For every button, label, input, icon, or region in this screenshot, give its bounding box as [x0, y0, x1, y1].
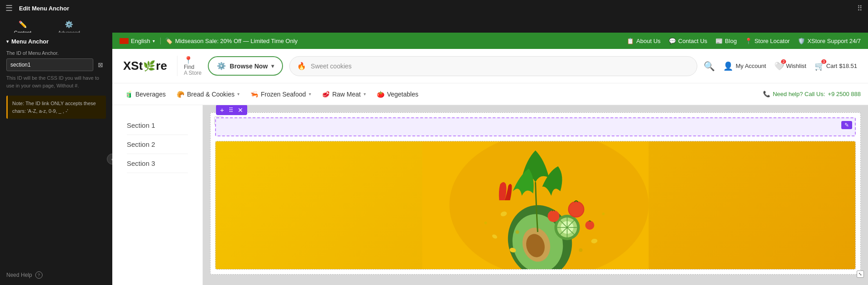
flag-icon [120, 38, 129, 44]
about-us-link[interactable]: 📋 About Us [627, 38, 660, 44]
clear-input-button[interactable]: ⊠ [95, 60, 106, 69]
sidebar-section-title: Menu Anchor [11, 38, 49, 45]
store-locator-link[interactable]: 📍 Store Locator [745, 38, 790, 44]
delete-element-button[interactable]: ✕ [236, 106, 245, 114]
search-button[interactable]: 🔍 [704, 61, 715, 72]
store-logo[interactable]: XSt🌿re [123, 59, 167, 73]
raw-meat-chevron: ▾ [364, 92, 366, 97]
contact-us-link[interactable]: 💬 Contact Us [669, 38, 707, 44]
raw-meat-label: Raw Meat [332, 91, 361, 98]
section-3-label: Section 3 [127, 159, 155, 167]
bread-chevron: ▾ [237, 92, 240, 97]
chevron-down-icon: ▾ [6, 39, 9, 44]
veggie-illustration [216, 141, 855, 269]
contact-us-label: Contact Us [678, 38, 707, 44]
menu-anchor-input[interactable] [6, 58, 93, 71]
blog-icon: 📰 [715, 38, 723, 44]
browse-button[interactable]: ⚙️ Browse Now ▾ [208, 56, 283, 76]
my-account[interactable]: 👤 My Account [723, 61, 766, 71]
vegetables-label: Vegetables [387, 91, 418, 98]
cart-amount: $18.51 [839, 63, 857, 69]
selected-element-block[interactable]: + ⠿ ✕ ✎ [215, 117, 856, 136]
logo-rest: re [156, 59, 167, 73]
account-icon: 👤 [723, 61, 733, 71]
sidebar-note: Note: The ID link ONLY accepts these cha… [6, 96, 106, 119]
sidebar-field-group: The ID of Menu Anchor. ⊠ This ID will be… [0, 48, 112, 93]
sidebar-section-header[interactable]: ▾ Menu Anchor [0, 33, 112, 48]
lang-chevron-icon: ▾ [153, 39, 155, 43]
grid-icon: ⠿ [857, 4, 863, 13]
field-hint: This ID will be the CSS ID you will have… [6, 74, 106, 89]
heart-icon: 🤍2 [774, 61, 784, 71]
bread-label: Bread & Cookies [187, 91, 235, 98]
find-store[interactable]: 📍 Find A Store [177, 56, 201, 76]
edit-element-button[interactable]: ✎ [841, 121, 852, 129]
browse-emoji: ⚙️ [217, 62, 226, 70]
note-text: Note: The ID link ONLY accepts these cha… [12, 101, 96, 114]
nav-item-frozen[interactable]: 🦐 Frozen Seafood ▾ [245, 85, 317, 103]
cart[interactable]: 🛒3 Cart $18.51 [815, 61, 857, 71]
header-actions: 🔍 👤 My Account 🤍2 Wishlist 🛒3 Cart $18.5… [704, 61, 857, 72]
element-action-toolbar[interactable]: + ⠿ ✕ [216, 105, 247, 115]
logo-leaf: 🌿 [143, 60, 155, 72]
blog-link[interactable]: 📰 Blog [715, 38, 737, 44]
about-us-label: About Us [636, 38, 660, 44]
svg-point-14 [569, 202, 584, 217]
inner-content-block [215, 141, 856, 270]
support-link[interactable]: 🛡️ XStore Support 24/7 [798, 38, 861, 44]
locator-icon: 📍 [745, 38, 752, 44]
main-canvas: ⊞ + ⠿ ✕ ✎ ⤡ [203, 105, 868, 285]
frozen-icon: 🦐 [250, 91, 258, 98]
search-placeholder: Sweet cookies [311, 63, 351, 70]
advanced-icon: ⚙️ [65, 20, 73, 29]
nav-item-vegetables[interactable]: 🍅 Vegetables [371, 85, 424, 103]
section-nav-item-3[interactable]: Section 3 [127, 154, 188, 173]
contact-icon: 💬 [669, 38, 676, 44]
store-header: XSt🌿re 📍 Find A Store ⚙️ Browse Now ▾ 🔥 … [112, 49, 868, 83]
nav-item-raw-meat[interactable]: 🥩 Raw Meat ▾ [317, 85, 371, 103]
help-phone: 📞 Need help? Call Us: +9 2500 888 [763, 91, 861, 97]
logo-text: XSt [123, 59, 143, 73]
sidebar-collapse-button[interactable]: ‹ [107, 154, 112, 164]
page-body: Section 1 Section 2 Section 3 ⊞ [112, 105, 868, 285]
resize-handle[interactable]: ⤡ [857, 271, 864, 278]
move-element-button[interactable]: ⠿ [227, 106, 235, 114]
content-block-outer: ⊞ + ⠿ ✕ ✎ ⤡ [210, 112, 861, 275]
section-nav-item-2[interactable]: Section 2 [127, 135, 188, 154]
section-1-label: Section 1 [127, 121, 155, 129]
pin-icon: 📍 [184, 56, 193, 64]
search-bar[interactable]: 🔥 Sweet cookies [289, 56, 697, 76]
section-2-label: Section 2 [127, 140, 155, 148]
fire-icon: 🔥 [297, 62, 306, 70]
svg-point-21 [484, 222, 487, 224]
hamburger-icon[interactable]: ☰ [5, 3, 13, 13]
my-account-label: My Account [736, 63, 766, 69]
browse-chevron-icon: ▾ [271, 63, 274, 69]
field-label: The ID of Menu Anchor. [6, 50, 106, 56]
support-label: XStore Support 24/7 [807, 38, 861, 44]
wishlist-label: Wishlist [786, 63, 806, 69]
svg-point-15 [548, 210, 560, 222]
section-nav-item-1[interactable]: Section 1 [127, 116, 188, 135]
browse-label: Browse Now [230, 63, 268, 70]
raw-meat-icon: 🥩 [322, 91, 330, 98]
wishlist[interactable]: 🤍2 Wishlist [774, 61, 806, 71]
language-label: English [131, 38, 150, 44]
content-icon: ✏️ [19, 20, 27, 29]
cart-icon: 🛒3 [815, 61, 825, 71]
about-icon: 📋 [627, 38, 634, 44]
add-element-button[interactable]: + [219, 106, 225, 114]
language-selector[interactable]: English ▾ [120, 38, 161, 44]
tag-icon: 🏷️ [165, 38, 173, 44]
help-circle-icon: ? [35, 271, 43, 279]
need-help[interactable]: Need Help ? [0, 265, 112, 285]
nav-item-beverages[interactable]: 🧃 Beverages [120, 85, 171, 103]
image-block [216, 141, 855, 269]
nav-item-bread[interactable]: 🥐 Bread & Cookies ▾ [171, 85, 245, 103]
left-section-nav: Section 1 Section 2 Section 3 [112, 105, 203, 285]
phone-number: +9 2500 888 [828, 91, 861, 97]
vegetables-icon: 🍅 [377, 91, 384, 98]
cart-label: Cart [826, 63, 838, 69]
support-icon: 🛡️ [798, 38, 805, 44]
top-announcement-bar: English ▾ 🏷️ Midseason Sale: 20% Off — L… [112, 33, 868, 49]
